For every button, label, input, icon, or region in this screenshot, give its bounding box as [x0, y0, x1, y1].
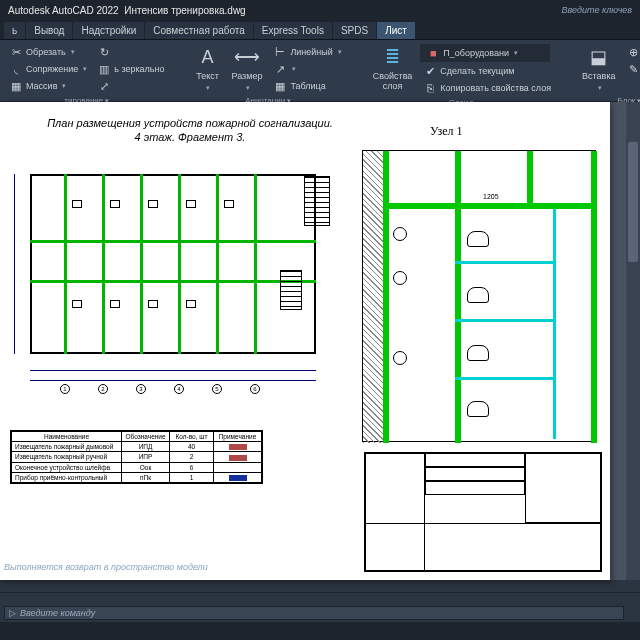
- title-block: [364, 452, 602, 572]
- insert-button[interactable]: ⬓Вставка: [578, 44, 619, 94]
- app-title: Autodesk AutoCAD 2022: [8, 5, 119, 16]
- rotate-button[interactable]: ↻: [94, 44, 167, 60]
- cmd-icon: ▷: [9, 608, 16, 618]
- legend-table: Наименование Обозначение Кол-во, шт Прим…: [10, 430, 263, 484]
- editblock-icon: ✎: [627, 62, 640, 76]
- fillet-icon: ◟: [9, 62, 23, 76]
- ribbon: ✂Обрезать ◟Сопряжение ▦Массив ↻ ▥ь зерка…: [0, 40, 640, 102]
- rotate-icon: ↻: [97, 45, 111, 59]
- array-button[interactable]: ▦Массив: [6, 78, 90, 94]
- tab-2[interactable]: Надстройки: [73, 22, 144, 39]
- trim-icon: ✂: [9, 45, 23, 59]
- layer-dropdown[interactable]: ■П_оборудовани: [420, 44, 550, 62]
- table-button[interactable]: ▦Таблица: [270, 78, 344, 94]
- dim-icon: ⟷: [235, 46, 259, 70]
- tab-1[interactable]: Вывод: [26, 22, 72, 39]
- matchlayer-button[interactable]: ⎘Копировать свойства слоя: [420, 80, 554, 96]
- insert-icon: ⬓: [587, 46, 611, 70]
- make-icon: ✔: [423, 64, 437, 78]
- layerprops-button[interactable]: ≣Свойства слоя: [369, 44, 417, 94]
- status-bar[interactable]: [0, 622, 640, 640]
- scale-icon: ⤢: [97, 79, 111, 93]
- ribbon-tabs: ь Вывод Надстройки Совместная работа Exp…: [0, 20, 640, 40]
- edit-block-button[interactable]: ✎: [624, 61, 640, 77]
- scroll-thumb[interactable]: [628, 142, 638, 262]
- command-input[interactable]: ▷ Введите команду: [4, 606, 624, 620]
- dim-button[interactable]: ⟷Размер: [227, 44, 266, 94]
- leader-icon: ↗: [273, 62, 287, 76]
- tab-3[interactable]: Совместная работа: [145, 22, 253, 39]
- layer-color-icon: ■: [426, 46, 440, 60]
- create-button[interactable]: ⊕Создать: [624, 44, 640, 60]
- tab-6[interactable]: Лист: [377, 22, 415, 39]
- paper-space[interactable]: План размещения устройств пожарной согна…: [0, 102, 610, 580]
- detail-title: Узел 1: [430, 124, 463, 139]
- trim-button[interactable]: ✂Обрезать: [6, 44, 90, 60]
- floor-plan: 1 2 3 4 5 6: [12, 170, 334, 398]
- scale-button[interactable]: ⤢: [94, 78, 167, 94]
- tab-5[interactable]: SPDS: [333, 22, 376, 39]
- text-button[interactable]: AТекст: [191, 44, 223, 94]
- leader-button[interactable]: ↗: [270, 61, 344, 77]
- command-bar: Выполняется возврат в пространство модел…: [0, 592, 640, 622]
- scrollbar-vertical[interactable]: [626, 102, 640, 580]
- drawing-area[interactable]: План размещения устройств пожарной согна…: [0, 102, 640, 580]
- detail-view: 1205: [362, 150, 596, 442]
- text-icon: A: [195, 46, 219, 70]
- mirror-button[interactable]: ▥ь зеркально: [94, 61, 167, 77]
- cmd-history: Выполняется возврат в пространство модел…: [4, 562, 208, 572]
- create-icon: ⊕: [627, 45, 640, 59]
- fillet-button[interactable]: ◟Сопряжение: [6, 61, 90, 77]
- linear-button[interactable]: ⊢Линейный: [270, 44, 344, 60]
- linear-icon: ⊢: [273, 45, 287, 59]
- search-hint[interactable]: Введите ключев: [562, 5, 632, 15]
- array-icon: ▦: [9, 79, 23, 93]
- layers-icon: ≣: [381, 46, 405, 70]
- file-name: Интенсив тренировка.dwg: [124, 5, 245, 16]
- match-icon: ⎘: [423, 81, 437, 95]
- table-icon: ▦: [273, 79, 287, 93]
- tab-4[interactable]: Express Tools: [254, 22, 332, 39]
- mirror-icon: ▥: [97, 62, 111, 76]
- tab-0[interactable]: ь: [4, 22, 25, 39]
- makelayer-button[interactable]: ✔Сделать текущим: [420, 63, 554, 79]
- plan-title: План размещения устройств пожарной согна…: [40, 116, 340, 145]
